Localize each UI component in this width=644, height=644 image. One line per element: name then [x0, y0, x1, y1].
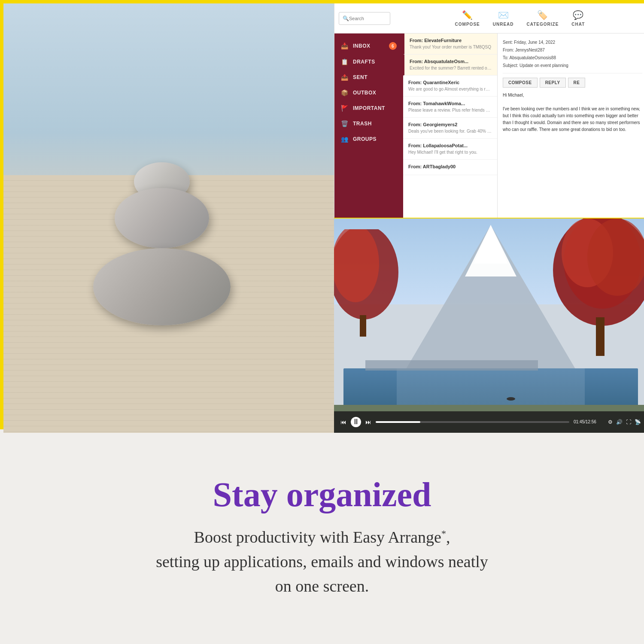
email-from-6: From: LollapaloosaPotat...	[408, 143, 492, 148]
inbox-icon: 📥	[341, 43, 349, 49]
email-body: 📥 INBOX 6 📋 DRAFTS 📤 SENT 📦 OUTBOX	[334, 33, 644, 218]
sidebar-item-inbox[interactable]: 📥 INBOX 6	[334, 38, 403, 54]
svg-rect-4	[596, 317, 605, 356]
important-icon: 🚩	[341, 105, 349, 112]
sent-icon: 📤	[341, 74, 349, 81]
inbox-badge: 6	[389, 42, 397, 50]
detail-body: Hi Michael, I've been looking over the n…	[503, 92, 642, 133]
sidebar-item-important[interactable]: 🚩 IMPORTANT	[334, 100, 403, 116]
top-section: 🔍 ✏️ COMPOSE ✉️ UNREAD 🏷️ CATEGORIZE	[0, 0, 644, 429]
pause-button[interactable]: ⏸	[351, 417, 361, 427]
unread-label: UNREAD	[493, 22, 514, 27]
settings-icon[interactable]: ⚙	[608, 419, 613, 425]
stone-bottom	[93, 248, 231, 325]
detail-actions: COMPOSE REPLY RE	[503, 78, 642, 88]
email-from-5: From: Georgiemyers2	[408, 122, 492, 127]
outbox-label: OUTBOX	[353, 90, 376, 96]
compose-label: COMPOSE	[455, 22, 480, 27]
email-item-5[interactable]: From: Georgiemyers2 Deals you've been lo…	[403, 118, 497, 139]
video-controls: ⏮ ⏸ ⏭ 01:45/12:56 ⚙ 🔊 ⛶ 📡	[334, 411, 644, 433]
email-from-7: From: ARTbaglady00	[408, 164, 492, 169]
forward-button[interactable]: ⏭	[365, 419, 371, 425]
detail-to: To: AbsquatulateOsmosis88	[503, 54, 642, 62]
right-section: 🔍 ✏️ COMPOSE ✉️ UNREAD 🏷️ CATEGORIZE	[334, 3, 644, 433]
important-label: IMPORTANT	[353, 105, 385, 111]
sidebar-item-groups[interactable]: 👥 GROUPS	[334, 131, 403, 147]
email-preview-4: Please leave a review. Plus refer friend…	[408, 107, 492, 113]
toolbar-actions: ✏️ COMPOSE ✉️ UNREAD 🏷️ CATEGORIZE 💬 CHA…	[397, 10, 643, 27]
search-bar[interactable]: 🔍	[339, 12, 390, 25]
categorize-icon: 🏷️	[537, 10, 548, 20]
email-from-4: From: TomahawkWoma...	[408, 101, 492, 106]
bottom-section: Stay organized Boost productivity with E…	[0, 429, 644, 644]
detail-reply-button[interactable]: REPLY	[540, 78, 566, 88]
progress-bar[interactable]	[376, 421, 569, 423]
email-preview-2: Excited for the summer? Barrett rented o…	[410, 65, 492, 71]
email-item-2[interactable]: From: AbsquatulateOsm... Excited for the…	[403, 55, 497, 76]
email-preview-1: Thank you! Your order number is TM8QSQ	[410, 44, 492, 50]
search-input[interactable]	[349, 16, 383, 21]
cast-icon[interactable]: 📡	[635, 419, 641, 425]
subtext-main: Boost productivity with Easy Arrange	[194, 528, 441, 546]
detail-re-button[interactable]: RE	[568, 78, 586, 88]
sidebar-item-outbox[interactable]: 📦 OUTBOX	[334, 85, 403, 100]
email-from-2: From: AbsquatulateOsm...	[410, 59, 492, 64]
groups-icon: 👥	[341, 136, 349, 143]
drafts-icon: 📋	[341, 58, 349, 65]
email-from-1: From: ElevateFurniture	[410, 38, 492, 43]
detail-header: Sent: Friday, June 14, 2022 From: Jennys…	[503, 39, 642, 73]
email-item-7[interactable]: From: ARTbaglady00	[403, 160, 497, 175]
search-icon: 🔍	[343, 15, 349, 21]
svg-marker-10	[474, 225, 508, 264]
progress-fill	[376, 421, 420, 423]
email-app: 🔍 ✏️ COMPOSE ✉️ UNREAD 🏷️ CATEGORIZE	[334, 3, 644, 218]
sidebar-item-drafts[interactable]: 📋 DRAFTS	[334, 54, 403, 70]
time-display: 01:45/12:56	[574, 419, 604, 424]
outbox-icon: 📦	[341, 89, 349, 96]
detail-sent: Sent: Friday, June 14, 2022	[503, 39, 642, 46]
video-extra-controls: ⚙ 🔊 ⛶ 📡	[608, 419, 641, 425]
detail-subject: Subject: Update on event planning	[503, 62, 642, 70]
detail-text: I've been looking over the numbers and I…	[503, 106, 642, 133]
detail-greeting: Hi Michael,	[503, 92, 642, 99]
chat-button[interactable]: 💬 CHAT	[571, 10, 585, 27]
compose-icon: ✏️	[462, 10, 473, 20]
video-section: ⏮ ⏸ ⏭ 01:45/12:56 ⚙ 🔊 ⛶ 📡	[334, 219, 644, 433]
trash-label: TRASH	[353, 121, 372, 127]
categorize-label: CATEGORIZE	[527, 22, 559, 27]
sidebar-item-trash[interactable]: 🗑️ TRASH	[334, 116, 403, 131]
subtext: Boost productivity with Easy Arrange*,se…	[156, 525, 488, 598]
email-item-4[interactable]: From: TomahawkWoma... Please leave a rev…	[403, 97, 497, 118]
groups-label: GROUPS	[353, 136, 377, 142]
email-preview-3: We are good to go Almost everything is r…	[408, 86, 492, 92]
fullscreen-icon[interactable]: ⛶	[626, 419, 631, 425]
email-item-3[interactable]: From: QuarantineXeric We are good to go …	[403, 76, 497, 97]
headline: Stay organized	[213, 475, 431, 514]
inbox-label: INBOX	[353, 43, 371, 49]
email-item-6[interactable]: From: LollapaloosaPotat... Hey Michael! …	[403, 139, 497, 160]
stone-middle	[115, 188, 209, 248]
email-sidebar: 📥 INBOX 6 📋 DRAFTS 📤 SENT 📦 OUTBOX	[334, 33, 403, 218]
email-toolbar: 🔍 ✏️ COMPOSE ✉️ UNREAD 🏷️ CATEGORIZE	[334, 3, 644, 33]
chat-label: CHAT	[571, 22, 585, 27]
email-preview-6: Hey Michael! I'll get that right to you.	[408, 149, 492, 155]
volume-icon[interactable]: 🔊	[616, 419, 623, 425]
zen-stones-image	[3, 3, 334, 433]
stone-stack	[93, 171, 231, 325]
superscript: *	[441, 528, 446, 539]
detail-compose-button[interactable]: COMPOSE	[503, 78, 538, 88]
total-time: 12:56	[586, 419, 596, 424]
detail-from: From: JennysNest287	[503, 46, 642, 54]
mountain	[405, 221, 577, 373]
unread-button[interactable]: ✉️ UNREAD	[493, 10, 514, 27]
sent-label: SENT	[353, 74, 368, 80]
sidebar-item-sent[interactable]: 📤 SENT	[334, 70, 403, 85]
autumn-trees-left	[334, 229, 398, 337]
rewind-button[interactable]: ⏮	[340, 419, 346, 425]
village	[365, 360, 538, 371]
svg-rect-7	[360, 315, 366, 337]
categorize-button[interactable]: 🏷️ CATEGORIZE	[527, 10, 559, 27]
compose-button[interactable]: ✏️ COMPOSE	[455, 10, 480, 27]
chat-icon: 💬	[573, 10, 583, 20]
email-item-1[interactable]: From: ElevateFurniture Thank you! Your o…	[403, 33, 497, 55]
